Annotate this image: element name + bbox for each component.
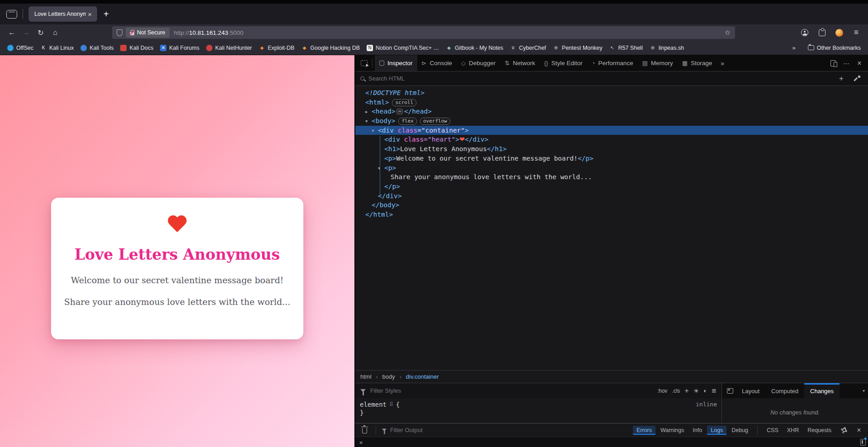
add-node-button[interactable]: + bbox=[835, 74, 847, 83]
devtools-tab-memory[interactable]: ▤Memory bbox=[638, 55, 678, 71]
tab-close-icon[interactable]: × bbox=[86, 10, 94, 18]
color-scheme-sim-icon[interactable]: ◐ bbox=[703, 387, 707, 394]
account-icon[interactable] bbox=[797, 26, 812, 39]
console-filter-debug[interactable]: Debug bbox=[728, 426, 752, 435]
add-rule-button[interactable]: + bbox=[684, 387, 689, 395]
bookmark-item[interactable]: ⊕Pentest Monkey bbox=[553, 45, 603, 51]
expand-arrow-icon[interactable]: ▼ bbox=[365, 117, 372, 126]
markup-line-2[interactable]: ▶<head>⋯</head> bbox=[355, 107, 868, 116]
devtools-tab-debugger[interactable]: ◇Debugger bbox=[457, 55, 500, 71]
sidebar-tab-layout[interactable]: Layout bbox=[736, 383, 765, 399]
bookmark-item[interactable]: Kali Docs bbox=[120, 45, 153, 51]
eyedropper-icon[interactable] bbox=[851, 73, 863, 85]
security-chip[interactable]: Not Secure bbox=[126, 28, 170, 38]
browser-tab[interactable]: Love Letters Anonymous × bbox=[28, 6, 97, 22]
new-tab-button[interactable]: + bbox=[104, 9, 109, 19]
bookmark-item[interactable]: KKali Linux bbox=[40, 45, 74, 51]
sidebar-tab-computed[interactable]: Computed bbox=[765, 383, 804, 399]
pick-element-icon[interactable] bbox=[358, 57, 370, 69]
bookmark-item[interactable]: ✕Kali Forums bbox=[160, 45, 199, 51]
extensions-puzzle-icon[interactable] bbox=[815, 26, 829, 39]
clear-console-trash-icon[interactable] bbox=[359, 424, 370, 436]
responsive-design-icon[interactable] bbox=[827, 57, 839, 69]
sidebar-tab-changes[interactable]: Changes bbox=[804, 383, 840, 399]
markup-badge-flex[interactable]: flex bbox=[398, 118, 417, 125]
markup-line-3[interactable]: ▼<body>flexoverflow bbox=[355, 116, 868, 126]
back-button[interactable]: ← bbox=[5, 26, 19, 39]
bookmark-item[interactable]: ◆Google Hacking DB bbox=[301, 45, 360, 51]
url-bar[interactable]: Not Secure http://10.81.161.243:5000 ☆ bbox=[112, 26, 735, 39]
console-input-row[interactable]: » bbox=[355, 437, 868, 447]
markup-line-8[interactable]: ▼<p> bbox=[355, 163, 868, 173]
home-button[interactable]: ⌂ bbox=[48, 26, 62, 39]
devtools-tab-storage[interactable]: ▦Storage bbox=[678, 55, 717, 71]
collapsed-ellipsis-badge[interactable]: ⋯ bbox=[396, 109, 402, 114]
url-text[interactable]: http://10.81.161.243:5000 bbox=[173, 29, 722, 36]
sidebar-tabs-dropdown-icon[interactable]: ▾ bbox=[859, 388, 868, 393]
markup-line-0[interactable]: <!DOCTYPE html> bbox=[355, 88, 868, 98]
devtools-close-icon[interactable]: × bbox=[854, 57, 865, 69]
devtools-tab-console[interactable]: ⊳Console bbox=[417, 55, 457, 71]
hamburger-menu-icon[interactable]: ≡ bbox=[849, 26, 863, 39]
console-settings-gear-icon[interactable] bbox=[838, 424, 850, 436]
devtools-tab-style-editor[interactable]: {}Style Editor bbox=[540, 55, 587, 71]
devtools-tab-inspector[interactable]: Inspector bbox=[375, 55, 417, 71]
bookmark-item[interactable]: ⊕linpeas.sh bbox=[650, 45, 684, 51]
bookmark-item[interactable]: Kali Tools bbox=[80, 45, 113, 51]
markup-badge-overflow[interactable]: overflow bbox=[420, 118, 450, 125]
markup-line-4[interactable]: ▼<div class="container"> bbox=[355, 126, 868, 135]
console-close-icon[interactable]: × bbox=[853, 424, 865, 436]
console-filter-css[interactable]: CSS bbox=[763, 426, 782, 435]
pseudo-class-toggle[interactable]: :hov bbox=[657, 388, 668, 394]
markup-line-1[interactable]: <html>scroll bbox=[355, 98, 868, 107]
bookmark-item[interactable]: NNotion CompTIA Sec+ … bbox=[367, 45, 439, 51]
expand-arrow-icon[interactable]: ▼ bbox=[372, 126, 378, 136]
devtools-tab-network[interactable]: ⇅Network bbox=[500, 55, 539, 71]
class-toggle[interactable]: .cls bbox=[672, 388, 680, 394]
other-bookmarks[interactable]: Other Bookmarks bbox=[808, 45, 861, 51]
forward-button[interactable]: → bbox=[19, 26, 33, 39]
markup-badge-scroll[interactable]: scroll bbox=[392, 99, 416, 106]
console-filter-errors[interactable]: Errors bbox=[633, 426, 656, 435]
bookmark-item[interactable]: ♕CyberChef bbox=[510, 45, 546, 51]
reload-button[interactable]: ↻ bbox=[33, 26, 48, 39]
search-html-input[interactable]: Search HTML bbox=[368, 75, 831, 82]
devtools-meatball-menu-icon[interactable]: ⋯ bbox=[840, 57, 852, 69]
print-media-sim-icon[interactable]: ≣ bbox=[712, 387, 717, 394]
expand-arrow-icon[interactable]: ▶ bbox=[365, 107, 372, 117]
markup-line-5[interactable]: <div class="heart">❤</div> bbox=[355, 135, 868, 144]
devtools-tab-performance[interactable]: ◔Performance bbox=[587, 55, 637, 71]
filter-output-input[interactable]: Filter Output bbox=[390, 427, 630, 433]
shield-icon[interactable] bbox=[117, 29, 123, 36]
markup-line-13[interactable]: </html> bbox=[355, 210, 868, 219]
firefox-view-icon[interactable] bbox=[6, 10, 17, 19]
sidebar-toggle-icon[interactable] bbox=[727, 388, 733, 394]
console-filter-xhr[interactable]: XHR bbox=[783, 426, 802, 435]
bookmark-star-icon[interactable]: ☆ bbox=[725, 29, 731, 37]
bookmarks-overflow-chevron[interactable]: » bbox=[793, 44, 796, 51]
light-theme-sim-icon[interactable]: ☀ bbox=[693, 387, 699, 395]
markup-line-6[interactable]: <h1>Love Letters Anonymous</h1> bbox=[355, 144, 868, 154]
console-filter-logs[interactable]: Logs bbox=[707, 426, 726, 435]
filter-styles-input[interactable]: Filter Styles bbox=[370, 387, 653, 394]
console-filter-warnings[interactable]: Warnings bbox=[657, 426, 688, 435]
selector-highlighter-icon[interactable]: ⠿ bbox=[389, 401, 393, 408]
breadcrumb-item-html[interactable]: html bbox=[360, 373, 372, 380]
bookmark-item[interactable]: Kali NetHunter bbox=[206, 45, 252, 51]
rule-selector[interactable]: element bbox=[360, 401, 387, 408]
split-console-corner-icon[interactable] bbox=[860, 439, 866, 446]
console-filter-info[interactable]: Info bbox=[689, 426, 706, 435]
markup-line-9[interactable]: Share your anonymous love letters with t… bbox=[355, 172, 868, 182]
markup-line-11[interactable]: </div> bbox=[355, 191, 868, 201]
foxyproxy-extension-icon[interactable] bbox=[832, 26, 846, 39]
console-filter-requests[interactable]: Requests bbox=[804, 426, 835, 435]
markup-line-7[interactable]: <p>Welcome to our secret valentine messa… bbox=[355, 154, 868, 163]
breadcrumb-item-div.container[interactable]: div.container bbox=[406, 373, 439, 380]
markup-line-12[interactable]: </body> bbox=[355, 200, 868, 210]
bookmark-item[interactable]: OffSec bbox=[7, 45, 33, 51]
markup-line-10[interactable]: </p> bbox=[355, 182, 868, 191]
devtools-tabs-overflow-chevron[interactable]: » bbox=[717, 57, 728, 69]
bookmark-item[interactable]: ◆Gitbook - My Notes bbox=[446, 45, 503, 51]
breadcrumb-item-body[interactable]: body bbox=[382, 373, 395, 380]
expand-arrow-icon[interactable]: ▼ bbox=[378, 164, 384, 173]
